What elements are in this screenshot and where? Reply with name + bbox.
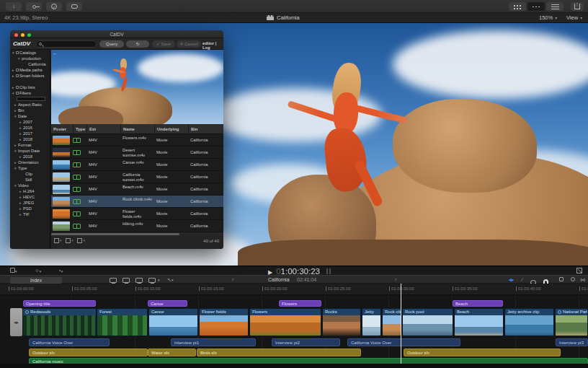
video-clip[interactable]: Jetty archive clip xyxy=(504,308,554,336)
viewer-zoom-dropdown[interactable]: 150% xyxy=(539,13,557,23)
audio-clip-dialogue[interactable]: Interview pt3 xyxy=(556,338,588,346)
trim-tool-icon[interactable]: ◂▸ xyxy=(509,276,514,284)
tree-item[interactable]: ▸JPEG xyxy=(10,200,50,206)
append-edit-button[interactable] xyxy=(135,278,143,283)
grid-view-toggle[interactable] xyxy=(66,238,71,243)
timeline-history-icon[interactable] xyxy=(571,276,575,284)
tree-item[interactable]: ▾Catalogs xyxy=(10,50,50,56)
video-clip[interactable]: Beach xyxy=(454,308,504,336)
tree-item[interactable]: ▾Import Date xyxy=(10,148,50,154)
viewer-view-dropdown[interactable]: View xyxy=(566,13,582,23)
skimming-toggle-icon[interactable]: ⁄ xyxy=(522,276,522,284)
tree-item[interactable]: Clip xyxy=(10,171,50,177)
timeline-ruler[interactable]: 01:00:00:0001:00:05:0001:00:10:0001:00:1… xyxy=(0,284,588,295)
catdv-refresh-button[interactable]: ↻ xyxy=(126,40,149,48)
audio-clip-dialogue[interactable]: California Voice Over xyxy=(347,338,460,346)
video-clip[interactable]: Canoe xyxy=(148,308,198,336)
list-view-toggle[interactable] xyxy=(77,238,82,243)
edit-options-caret[interactable]: ▾ xyxy=(158,276,160,284)
catdv-user-label[interactable]: editor | Log xyxy=(202,41,223,50)
video-clip[interactable]: Forest xyxy=(97,308,148,336)
audio-clip-sfx[interactable]: Water sfx xyxy=(148,349,196,356)
back-arrow-icon[interactable]: ← xyxy=(53,51,58,56)
filter-search-input[interactable] xyxy=(17,97,45,101)
catdv-search-input[interactable] xyxy=(36,40,97,48)
tree-item[interactable]: ▸Format xyxy=(10,142,50,148)
video-clip[interactable]: National Park xyxy=(555,308,588,336)
minimize-window-button[interactable] xyxy=(21,33,24,37)
timeline-switch-icon[interactable]: ⋈ xyxy=(580,276,585,284)
audio-meter-bar[interactable] xyxy=(326,268,328,274)
tag-tool-button[interactable] xyxy=(66,2,82,11)
audio-skimming-icon[interactable] xyxy=(530,276,536,284)
share-button[interactable] xyxy=(571,2,584,11)
video-clip[interactable]: Flowers xyxy=(249,308,321,336)
audio-clip-sfx[interactable]: Birds sfx xyxy=(197,349,361,356)
column-header-type[interactable]: Type xyxy=(73,124,86,134)
table-row[interactable]: M4V Flower fields.m4v Movie California xyxy=(51,208,223,220)
table-row[interactable]: M4V Rock climb.m4v Movie California xyxy=(51,196,223,208)
audio-clip-dialogue[interactable]: California Voice Over xyxy=(29,338,110,346)
detail-view-toggle[interactable] xyxy=(54,238,59,243)
arrow-tool-icon[interactable]: ↖▾ xyxy=(167,276,173,284)
table-row[interactable]: M4V Desert sunrise.m4v Movie California xyxy=(51,146,223,159)
column-header-bin[interactable]: Bin xyxy=(188,124,223,134)
tree-item[interactable]: ▸HEVC xyxy=(10,194,50,200)
video-clip[interactable]: Rock climb xyxy=(382,308,401,336)
column-header-underlying-type[interactable]: Underlying Type xyxy=(154,124,188,134)
tree-item[interactable]: ▾Date xyxy=(10,113,50,119)
audio-clip-dialogue[interactable]: Interview pt2 xyxy=(272,338,340,346)
tree-item[interactable]: ▸Smart folders xyxy=(10,73,50,79)
timeline-body[interactable]: Opening titleCanoeFlowersBeach ◂▸ Redwoo… xyxy=(0,295,588,368)
tree-item[interactable] xyxy=(10,79,50,84)
video-clip[interactable]: Flower fields xyxy=(199,308,249,336)
title-clip[interactable]: Flowers xyxy=(279,300,321,307)
overwrite-edit-button[interactable] xyxy=(148,278,156,283)
tree-item[interactable]: ▸TIF xyxy=(10,211,50,217)
video-clip[interactable]: Rocks xyxy=(322,308,361,336)
catdv-query-button[interactable]: Query xyxy=(99,40,124,48)
clip-appearance-icon[interactable] xyxy=(559,276,564,284)
tree-item[interactable]: ▾production xyxy=(10,56,50,61)
tree-item[interactable]: ▸H.264 xyxy=(10,188,50,194)
playhead[interactable] xyxy=(401,284,401,364)
tree-item[interactable]: ▸Aspect Ratio xyxy=(10,102,50,108)
title-clip[interactable]: Opening title xyxy=(23,300,96,307)
tree-item[interactable]: ▸2018 xyxy=(10,154,50,159)
browser-grid-view-button[interactable] xyxy=(509,2,526,11)
expand-timeline-icon[interactable] xyxy=(576,268,582,273)
snapping-toggle-icon[interactable] xyxy=(543,276,548,284)
keyword-editor-button[interactable] xyxy=(26,2,42,11)
audio-clip-dialogue[interactable]: Interview pt1 xyxy=(171,338,256,346)
table-row[interactable]: M4V Flowers.m4v Movie California xyxy=(51,134,223,146)
tree-item[interactable]: ▸Orientation xyxy=(10,159,50,165)
tree-item[interactable]: ▾Filters xyxy=(10,90,50,96)
tree-item[interactable]: California xyxy=(10,61,50,67)
table-row[interactable]: M4V Beach.m4v Movie California xyxy=(51,183,223,196)
audio-meter-bar[interactable] xyxy=(329,268,331,274)
tree-item[interactable]: ▸Media paths xyxy=(10,67,50,73)
connect-edit-button[interactable] xyxy=(110,278,117,283)
column-header-name[interactable]: Name xyxy=(120,124,154,134)
zoom-window-button[interactable] xyxy=(27,33,31,37)
column-header-poster[interactable]: Poster xyxy=(51,124,73,134)
video-clip[interactable]: Jetty xyxy=(362,308,381,336)
audio-clip-sfx[interactable]: Outdoor sfx xyxy=(404,349,561,356)
table-row[interactable]: M4V Canoe.m4v Movie California xyxy=(51,159,223,171)
tree-item[interactable]: ▸Clip lists xyxy=(10,84,50,90)
video-clip[interactable]: Rock pool xyxy=(402,308,453,336)
import-media-button[interactable]: ↓ xyxy=(6,2,22,11)
tree-item[interactable] xyxy=(10,96,50,102)
tree-item[interactable]: ▾Video xyxy=(10,183,50,188)
tree-item[interactable]: ▸PSD xyxy=(10,206,50,211)
catdv-cancel-button[interactable]: ✕ Cancel xyxy=(177,40,201,48)
tree-item[interactable]: ▸2018 xyxy=(10,136,50,142)
insert-edit-button[interactable] xyxy=(122,278,130,283)
column-header-ext[interactable]: Ext xyxy=(86,124,120,134)
browser-adjust-view-button[interactable] xyxy=(546,2,564,11)
table-row[interactable]: M4V California sunset.m4v Movie Californ… xyxy=(51,171,223,183)
close-window-button[interactable] xyxy=(14,33,18,37)
tree-item[interactable]: ▸2016 xyxy=(10,125,50,131)
audio-clip-sfx[interactable]: Outdoor sfx xyxy=(29,349,148,356)
title-clip[interactable]: Beach xyxy=(453,300,503,307)
